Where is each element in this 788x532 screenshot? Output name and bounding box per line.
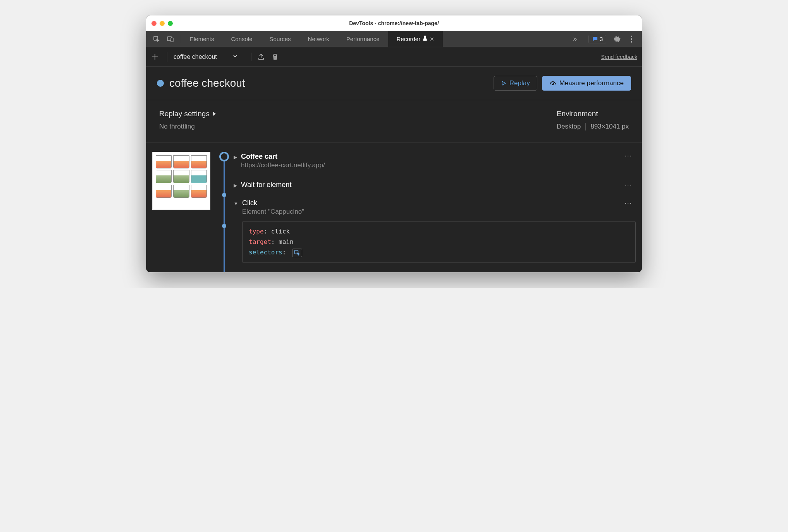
more-tabs-icon[interactable]: » (568, 35, 582, 43)
recording-title: coffee checkout (169, 77, 245, 89)
recorder-toolbar: coffee checkout Send feedback (146, 47, 642, 67)
divider (585, 123, 586, 130)
caret-right-icon[interactable]: ▶ (234, 183, 237, 188)
step-item: ▶ Coffee cart https://coffee-cart.netlif… (234, 152, 636, 169)
step-more-icon[interactable]: ⋮ (624, 200, 633, 206)
code-key: target (249, 238, 271, 245)
replay-button[interactable]: Replay (494, 76, 537, 91)
throttling-value: No throttling (159, 123, 216, 130)
step-more-icon[interactable]: ⋮ (624, 182, 633, 188)
export-icon[interactable] (257, 53, 265, 61)
environment-heading: Environment (557, 110, 629, 118)
timeline-node[interactable] (219, 152, 229, 161)
recording-selector[interactable]: coffee checkout (167, 52, 242, 62)
close-tab-icon[interactable]: ✕ (430, 36, 434, 42)
messages-badge[interactable]: 3 (588, 35, 606, 43)
code-value: main (279, 238, 294, 245)
env-size: 893×1041 px (590, 123, 629, 130)
step-title: Click (242, 199, 304, 207)
tab-recorder[interactable]: Recorder ✕ (388, 31, 443, 47)
window-title: DevTools - chrome://new-tab-page/ (146, 20, 642, 26)
devtools-tabbar: Elements Console Sources Network Perform… (146, 31, 642, 47)
code-value: click (271, 228, 290, 235)
new-recording-icon[interactable] (151, 53, 159, 61)
tab-performance[interactable]: Performance (338, 31, 388, 47)
page-header: coffee checkout Replay Measure performan… (146, 67, 642, 100)
pick-selector-icon[interactable] (292, 249, 302, 257)
step-subtitle: https://coffee-cart.netlify.app/ (241, 161, 325, 169)
flask-icon (423, 36, 427, 42)
send-feedback-link[interactable]: Send feedback (601, 54, 637, 60)
svg-point-6 (552, 84, 553, 85)
inspect-element-icon[interactable] (152, 35, 161, 43)
minimize-window-button[interactable] (160, 21, 165, 26)
step-thumbnail[interactable] (152, 152, 210, 210)
step-code-panel: type: click target: main selectors: (242, 221, 636, 263)
svg-point-5 (631, 41, 632, 43)
settings-row: Replay settings No throttling Environmen… (146, 100, 642, 142)
devtools-window: DevTools - chrome://new-tab-page/ Elemen… (146, 15, 642, 272)
chevron-down-icon (232, 53, 238, 60)
tab-sources[interactable]: Sources (261, 31, 299, 47)
step-title: Wait for element (241, 181, 291, 189)
step-item: ▶ Wait for element ⋮ (234, 181, 636, 189)
step-more-icon[interactable]: ⋮ (624, 153, 633, 159)
svg-rect-2 (171, 38, 173, 42)
status-bullet (157, 80, 164, 87)
steps-area: ▶ Coffee cart https://coffee-cart.netlif… (146, 142, 642, 272)
traffic-lights (151, 21, 173, 26)
tab-elements[interactable]: Elements (181, 31, 223, 47)
replay-settings-heading[interactable]: Replay settings (159, 110, 216, 118)
svg-point-4 (631, 38, 632, 40)
device-toolbar-icon[interactable] (166, 35, 175, 43)
messages-count: 3 (600, 36, 603, 42)
caret-down-icon[interactable]: ▼ (234, 201, 238, 206)
titlebar: DevTools - chrome://new-tab-page/ (146, 15, 642, 31)
caret-right-icon[interactable]: ▶ (234, 154, 237, 160)
kebab-menu-icon[interactable] (627, 35, 636, 43)
step-subtitle: Element "Cappucino" (242, 208, 304, 216)
step-item: ▼ Click Element "Cappucino" ⋮ type: clic… (234, 199, 636, 263)
tab-network[interactable]: Network (299, 31, 338, 47)
code-key: selectors (249, 249, 282, 256)
timeline-node[interactable] (222, 224, 226, 228)
svg-point-3 (631, 36, 632, 37)
delete-icon[interactable] (271, 53, 279, 61)
timeline-node[interactable] (222, 193, 226, 197)
step-title: Coffee cart (241, 153, 325, 161)
measure-performance-button[interactable]: Measure performance (542, 76, 631, 91)
caret-right-icon (213, 110, 216, 118)
close-window-button[interactable] (151, 21, 157, 26)
settings-icon[interactable] (613, 35, 621, 43)
tab-console[interactable]: Console (223, 31, 261, 47)
maximize-window-button[interactable] (168, 21, 173, 26)
code-key: type (249, 228, 264, 235)
recording-name: coffee checkout (174, 53, 217, 60)
env-device: Desktop (557, 123, 581, 130)
steps-timeline: ▶ Coffee cart https://coffee-cart.netlif… (218, 152, 636, 272)
